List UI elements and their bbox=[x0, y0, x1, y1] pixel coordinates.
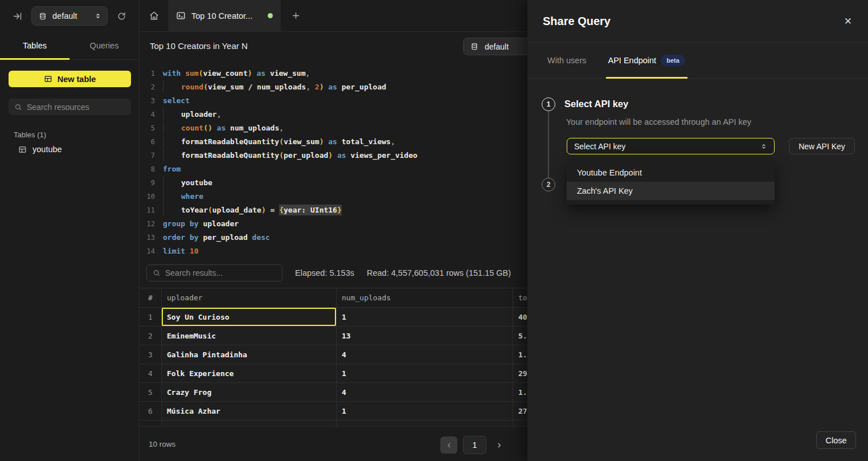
plus-icon bbox=[291, 11, 301, 21]
home-button[interactable] bbox=[140, 0, 168, 31]
search-resources-input[interactable] bbox=[27, 103, 125, 112]
code-text: formatReadableQuantity(per_upload) as vi… bbox=[163, 149, 417, 162]
line-number: 2 bbox=[140, 80, 155, 94]
code-text: uploader, bbox=[163, 108, 221, 121]
database-selector-value: default bbox=[52, 11, 89, 21]
code-text: toYear(upload_date) = {year: UInt16} bbox=[163, 203, 342, 217]
line-number: 8 bbox=[140, 162, 155, 176]
table-icon bbox=[18, 145, 27, 154]
tab-with-users[interactable]: With users bbox=[547, 43, 587, 78]
num-uploads-cell[interactable]: 4 bbox=[336, 383, 513, 401]
sidebar: default Tables Queries New table Tables … bbox=[0, 0, 140, 461]
line-number: 3 bbox=[140, 94, 155, 108]
database-icon bbox=[39, 12, 47, 21]
line-number: 4 bbox=[140, 108, 155, 121]
column-header: uploader bbox=[161, 288, 336, 307]
sidebar-collapse-icon bbox=[13, 11, 22, 21]
code-text: formatReadableQuantity(view_sum) as tota… bbox=[163, 135, 395, 149]
new-tab-button[interactable] bbox=[281, 0, 310, 31]
uploader-cell[interactable]: Folk Experience bbox=[161, 364, 336, 382]
line-number: 11 bbox=[140, 203, 155, 217]
share-panel-tabs: With users API Endpoint beta bbox=[527, 43, 868, 79]
share-panel-title: Share Query bbox=[543, 15, 611, 28]
tab-queries[interactable]: Queries bbox=[69, 32, 139, 59]
step-connector-line bbox=[548, 112, 549, 179]
search-icon bbox=[153, 269, 161, 277]
line-number: 1 bbox=[140, 67, 155, 80]
table-icon bbox=[44, 75, 52, 83]
previous-page-button[interactable] bbox=[440, 436, 457, 454]
tab-tables[interactable]: Tables bbox=[0, 32, 69, 59]
code-text: with sum(view_count) as view_sum, bbox=[163, 67, 310, 80]
num-uploads-cell[interactable]: 4 bbox=[336, 345, 513, 364]
partial-cell bbox=[336, 421, 513, 426]
line-number: 12 bbox=[140, 217, 155, 231]
partial-row-gutter bbox=[140, 421, 161, 426]
page-number-button[interactable]: 1 bbox=[463, 436, 486, 454]
tab-api-endpoint[interactable]: API Endpoint beta bbox=[608, 43, 685, 78]
new-api-key-button[interactable]: New API Key bbox=[789, 138, 855, 154]
line-number: 9 bbox=[140, 176, 155, 190]
line-number: 14 bbox=[140, 244, 155, 258]
table-name: youtube bbox=[32, 145, 62, 154]
search-results-input[interactable] bbox=[165, 268, 276, 278]
share-panel-header: Share Query ✕ bbox=[527, 0, 868, 43]
step-1-indicator: 1 bbox=[542, 97, 555, 111]
sidebar-topbar: default bbox=[0, 0, 139, 32]
uploader-cell[interactable]: Música Azhar bbox=[161, 402, 336, 420]
partial-cell bbox=[161, 421, 336, 426]
api-key-select[interactable]: Select API key bbox=[567, 138, 775, 154]
row-number-cell: 5 bbox=[140, 383, 161, 401]
query-tab[interactable]: Top 10 Creator... bbox=[168, 0, 281, 31]
tab-tables-label: Tables bbox=[23, 41, 47, 50]
api-key-option[interactable]: Zach's API Key bbox=[567, 182, 775, 200]
code-text: group by uploader bbox=[163, 217, 239, 231]
sidebar-tabs: Tables Queries bbox=[0, 32, 139, 60]
code-text: round(view_sum / num_uploads, 2) as per_… bbox=[163, 80, 386, 94]
code-text: select bbox=[163, 94, 190, 108]
database-icon bbox=[470, 42, 478, 51]
home-icon bbox=[149, 10, 159, 21]
close-panel-button[interactable]: ✕ bbox=[844, 15, 852, 27]
code-text: from bbox=[163, 162, 181, 176]
sidebar-database-selector[interactable]: default bbox=[31, 6, 108, 26]
close-icon: ✕ bbox=[844, 16, 852, 27]
collapse-sidebar-button[interactable] bbox=[13, 11, 22, 21]
num-uploads-cell[interactable]: 1 bbox=[336, 402, 513, 420]
refresh-icon bbox=[117, 11, 126, 21]
line-number: 5 bbox=[140, 121, 155, 135]
num-uploads-cell[interactable]: 1 bbox=[336, 308, 513, 326]
uploader-cell[interactable]: EminemMusic bbox=[161, 327, 336, 345]
refresh-button[interactable] bbox=[117, 11, 126, 21]
search-resources bbox=[9, 99, 131, 115]
num-uploads-cell[interactable]: 1 bbox=[336, 364, 513, 382]
search-results bbox=[146, 264, 282, 282]
code-text: where bbox=[163, 190, 203, 203]
uploader-cell[interactable]: Soy Un Curioso bbox=[161, 308, 336, 326]
line-number: 6 bbox=[140, 135, 155, 149]
uploader-cell[interactable]: Crazy Frog bbox=[161, 383, 336, 401]
sidebar-table-item[interactable]: youtube bbox=[0, 139, 139, 154]
api-key-option[interactable]: Youtube Endpoint bbox=[567, 164, 775, 182]
line-number: 13 bbox=[140, 231, 155, 244]
tables-list: youtube bbox=[0, 139, 139, 154]
share-query-panel: Share Query ✕ With users API Endpoint be… bbox=[527, 0, 868, 461]
num-uploads-cell[interactable]: 13 bbox=[336, 327, 513, 345]
code-text: limit 10 bbox=[163, 244, 199, 258]
beta-badge: beta bbox=[661, 55, 685, 66]
pagination: 1 bbox=[440, 436, 503, 454]
api-key-select-value: Select API key bbox=[574, 142, 625, 151]
row-number-cell: 3 bbox=[140, 345, 161, 364]
new-table-button[interactable]: New table bbox=[9, 71, 131, 87]
query-database-value: default bbox=[485, 42, 509, 51]
close-button[interactable]: Close bbox=[816, 431, 856, 449]
chevron-right-icon bbox=[496, 442, 503, 449]
tab-api-endpoint-label: API Endpoint bbox=[608, 56, 657, 65]
next-page-button[interactable] bbox=[496, 442, 503, 449]
uploader-cell[interactable]: Galinha Pintadinha bbox=[161, 345, 336, 364]
elapsed-time: Elapsed: 5.153s bbox=[295, 268, 354, 278]
row-number-cell: 2 bbox=[140, 327, 161, 345]
row-number-cell: 1 bbox=[140, 308, 161, 326]
select-api-key-description: Your endpoint will be accessed through a… bbox=[566, 117, 751, 127]
column-header: num_uploads bbox=[336, 288, 513, 307]
